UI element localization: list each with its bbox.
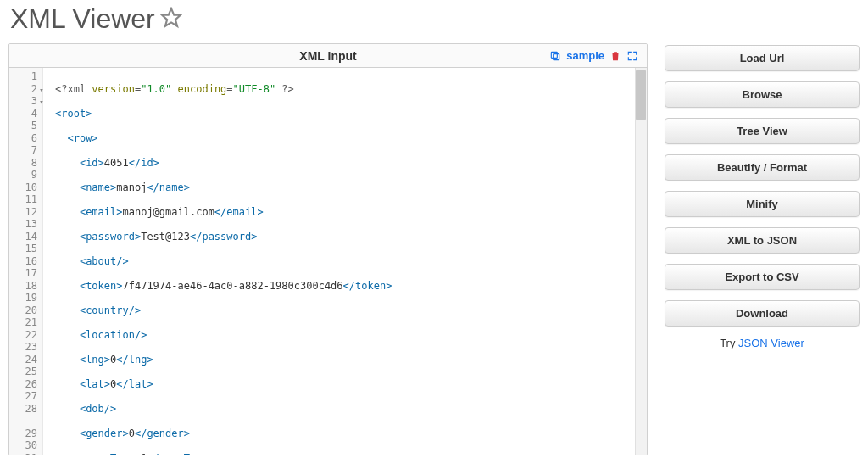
scrollbar[interactable] — [635, 68, 647, 455]
json-viewer-link[interactable]: JSON Viewer — [738, 337, 804, 349]
svg-rect-2 — [552, 52, 558, 58]
expand-icon[interactable] — [626, 50, 638, 62]
load-url-button[interactable]: Load Url — [665, 45, 860, 71]
trash-icon[interactable] — [609, 50, 621, 62]
editor-panel: XML Input sample 1 2▾ 3▾ — [8, 43, 648, 455]
sample-button[interactable]: sample — [566, 49, 604, 62]
action-sidebar: Load Url Browse Tree View Beautify / For… — [665, 43, 860, 455]
star-icon[interactable] — [160, 7, 182, 32]
line-gutter: 1 2▾ 3▾ 4567 891011 12131415 16171819 20… — [9, 68, 43, 455]
panel-title: XML Input — [299, 49, 356, 63]
try-json-viewer: Try JSON Viewer — [665, 337, 860, 349]
try-prefix: Try — [720, 337, 738, 349]
code-editor[interactable]: 1 2▾ 3▾ 4567 891011 12131415 16171819 20… — [9, 68, 647, 455]
main-layout: XML Input sample 1 2▾ 3▾ — [0, 43, 868, 455]
code-content[interactable]: <?xml version="1.0" encoding="UTF-8" ?> … — [43, 68, 647, 455]
panel-header: XML Input sample — [9, 44, 647, 68]
copy-icon[interactable] — [549, 50, 561, 62]
panel-actions: sample — [549, 49, 638, 62]
tree-view-button[interactable]: Tree View — [665, 118, 860, 144]
minify-button[interactable]: Minify — [665, 191, 860, 217]
beautify-button[interactable]: Beautify / Format — [665, 154, 860, 181]
sample-label: sample — [566, 49, 604, 62]
svg-marker-0 — [162, 8, 181, 26]
export-csv-button[interactable]: Export to CSV — [665, 264, 860, 290]
page-header: XML Viewer — [0, 0, 868, 43]
scrollbar-thumb[interactable] — [636, 70, 646, 120]
download-button[interactable]: Download — [665, 300, 860, 327]
page-title: XML Viewer — [10, 3, 155, 35]
xml-to-json-button[interactable]: XML to JSON — [665, 227, 860, 254]
svg-rect-1 — [554, 53, 559, 59]
browse-button[interactable]: Browse — [665, 81, 860, 108]
